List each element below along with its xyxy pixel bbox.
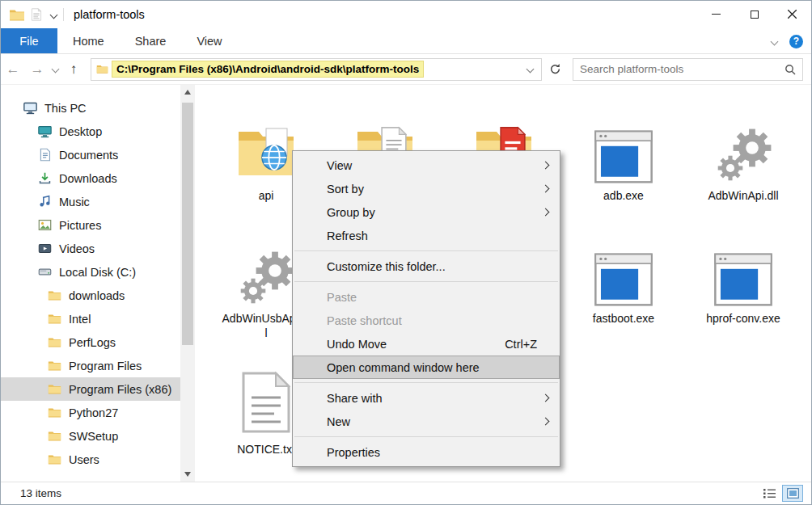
sidebar-item-swsetup[interactable]: SWSetup [1, 424, 180, 448]
navigation-tree: This PC Desktop Documents Downloads Musi… [1, 96, 180, 471]
up-button[interactable]: ↑ [61, 61, 86, 78]
sidebar-item-desktop[interactable]: Desktop [1, 120, 180, 143]
ribbon-expand-chevron-icon[interactable] [771, 37, 779, 45]
tab-view[interactable]: View [181, 28, 237, 53]
maximize-icon [751, 11, 759, 19]
sidebar-scrollbar[interactable] [180, 85, 195, 482]
refresh-button[interactable] [542, 63, 568, 75]
file-adb-exe[interactable]: adb.exe [567, 109, 680, 203]
back-button[interactable]: ← [1, 61, 25, 78]
file-adbwinapi-dll[interactable]: AdbWinApi.dll [687, 109, 800, 203]
videos-icon [38, 242, 52, 255]
sidebar-item-this-pc[interactable]: This PC [1, 96, 180, 120]
sidebar-item-program-files[interactable]: Program Files [1, 354, 180, 377]
scroll-up-arrow-icon[interactable] [180, 85, 195, 99]
recent-locations-chevron-icon[interactable] [52, 65, 60, 74]
sidebar-item-label: Videos [59, 242, 95, 255]
maximize-button[interactable] [735, 1, 773, 27]
menu-item-open-command-window-here[interactable]: Open command window here [293, 356, 560, 379]
minimize-button[interactable] [697, 1, 735, 27]
application-icon [593, 253, 654, 306]
sidebar-item-label: Intel [69, 313, 91, 326]
sidebar-item-videos[interactable]: Videos [1, 237, 180, 260]
quick-access-properties-icon[interactable] [31, 8, 42, 21]
tab-home[interactable]: Home [57, 28, 120, 53]
sidebar-item-local-disk-c[interactable]: Local Disk (C:) [1, 260, 180, 284]
menu-item-share-with[interactable]: Share with [293, 386, 560, 410]
music-icon [38, 195, 52, 208]
address-dropdown-chevron-icon[interactable] [527, 65, 535, 74]
address-bar[interactable]: C:\Program Files (x86)\Android\android-s… [91, 58, 542, 81]
submenu-arrow-icon [542, 208, 550, 217]
sidebar-item-music[interactable]: Music [1, 190, 180, 213]
scrollbar-thumb[interactable] [182, 103, 193, 345]
sidebar-item-downloads[interactable]: Downloads [1, 166, 180, 190]
scroll-down-arrow-icon[interactable] [180, 467, 195, 482]
sidebar-item-python27[interactable]: Python27 [1, 401, 180, 424]
menu-item-label: Properties [327, 446, 380, 459]
sidebar-item-program-files-x86[interactable]: Program Files (x86) [1, 377, 180, 401]
folder-icon [48, 429, 61, 443]
details-view-button[interactable] [759, 485, 780, 502]
menu-item-properties[interactable]: Properties [293, 440, 560, 464]
documents-icon [38, 148, 52, 162]
sidebar-item-label: Documents [59, 149, 118, 162]
address-bar-row: ← → ↑ C:\Program Files (x86)\Android\and… [1, 54, 811, 85]
file-label: AdbWinApi.dll [687, 188, 800, 203]
application-icon [593, 130, 654, 183]
details-view-icon [763, 488, 776, 499]
submenu-arrow-icon [542, 394, 550, 402]
quick-access-chevron-icon[interactable] [50, 11, 58, 19]
menu-item-shortcut: Ctrl+Z [505, 338, 537, 351]
navigation-pane: This PC Desktop Documents Downloads Musi… [1, 85, 195, 482]
tab-file[interactable]: File [1, 28, 57, 53]
sidebar-item-label: Python27 [69, 406, 118, 419]
search-box [573, 58, 803, 81]
sidebar-item-label: Program Files (x86) [69, 383, 171, 396]
menu-item-customize-this-folder[interactable]: Customize this folder... [293, 255, 560, 278]
sidebar-item-downloads-folder[interactable]: downloads [1, 284, 180, 307]
window-title: platform-tools [74, 8, 145, 21]
search-input[interactable] [580, 63, 785, 75]
sidebar-item-pictures[interactable]: Pictures [1, 213, 180, 237]
menu-item-label: Undo Move [327, 338, 387, 351]
menu-item-refresh[interactable]: Refresh [293, 224, 560, 247]
menu-item-label: New [327, 415, 350, 428]
sidebar-item-perflogs[interactable]: PerfLogs [1, 330, 180, 354]
menu-item-label: View [327, 159, 352, 172]
menu-item-label: Open command window here [327, 361, 480, 374]
menu-item-paste: Paste [293, 285, 560, 309]
folder-icon [48, 452, 61, 466]
sidebar-item-users[interactable]: Users [1, 448, 180, 471]
menu-item-label: Group by [327, 206, 375, 219]
dll-gears-icon [712, 125, 775, 183]
menu-item-new[interactable]: New [293, 410, 560, 433]
downloads-icon [38, 171, 52, 185]
folder-globe-icon [234, 124, 298, 183]
folder-icon [48, 382, 61, 396]
menu-separator [294, 281, 558, 282]
forward-button[interactable]: → [25, 61, 49, 78]
file-fastboot-exe[interactable]: fastboot.exe [567, 232, 680, 326]
menu-item-label: Sort by [327, 183, 364, 196]
search-icon[interactable] [785, 64, 796, 75]
menu-item-sort-by[interactable]: Sort by [293, 177, 560, 200]
close-button[interactable] [773, 1, 811, 27]
folder-icon [48, 406, 61, 419]
address-folder-icon [96, 64, 108, 74]
refresh-icon [549, 63, 561, 75]
menu-item-view[interactable]: View [293, 154, 560, 177]
submenu-arrow-icon [542, 185, 550, 193]
help-button[interactable]: ? [789, 35, 803, 48]
menu-item-group-by[interactable]: Group by [293, 200, 560, 224]
folder-icon [48, 312, 61, 326]
address-path-text[interactable]: C:\Program Files (x86)\Android\android-s… [112, 61, 424, 78]
file-explorer-window: platform-tools File Home Share View ? ← … [0, 0, 812, 505]
sidebar-item-documents[interactable]: Documents [1, 143, 180, 166]
menu-item-undo-move[interactable]: Undo Move Ctrl+Z [293, 332, 560, 356]
file-hprof-conv-exe[interactable]: hprof-conv.exe [687, 232, 800, 326]
tab-share[interactable]: Share [120, 28, 182, 53]
large-icons-view-button[interactable] [782, 485, 803, 502]
submenu-arrow-icon [542, 418, 550, 426]
sidebar-item-intel[interactable]: Intel [1, 307, 180, 330]
